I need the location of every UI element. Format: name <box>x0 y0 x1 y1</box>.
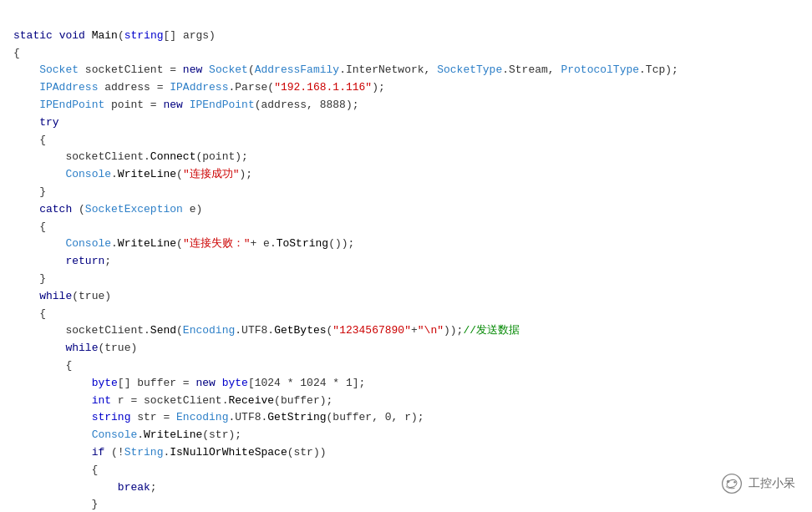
line-20: { <box>13 359 72 372</box>
line-12: { <box>13 221 46 233</box>
line-7: { <box>13 134 46 146</box>
line-24: Console.WriteLine(str); <box>13 428 241 441</box>
line-13: Console.WriteLine("连接失败："+ e.ToString())… <box>13 237 354 250</box>
svg-point-2 <box>727 480 730 484</box>
watermark-icon <box>720 472 743 495</box>
line-14: return; <box>13 255 111 267</box>
code-block: static void Main(string[] args) { Socket… <box>13 10 799 512</box>
line-18: socketClient.Send(Encoding.UTF8.GetBytes… <box>13 324 520 337</box>
line-10: } <box>13 185 46 198</box>
line-26: { <box>13 464 98 476</box>
line-19: while(true) <box>13 342 137 354</box>
watermark: 工控小呆 <box>720 472 795 495</box>
svg-point-0 <box>723 474 742 494</box>
line-3: Socket socketClient = new Socket(Address… <box>13 63 678 76</box>
line-21: byte[] buffer = new byte[1024 * 1024 * 1… <box>13 377 365 389</box>
watermark-text: 工控小呆 <box>749 476 795 491</box>
line-1: static void Main(string[] args) <box>13 29 216 42</box>
line-17: { <box>13 307 46 320</box>
svg-point-3 <box>733 481 736 484</box>
line-16: while(true) <box>13 290 111 302</box>
line-4: IPAddress address = IPAddress.Parse("192… <box>13 81 385 94</box>
line-28: } <box>13 498 98 510</box>
line-5: IPEndPoint point = new IPEndPoint(addres… <box>13 99 359 111</box>
line-27: break; <box>13 481 157 494</box>
line-8: socketClient.Connect(point); <box>13 150 248 163</box>
line-25: if (!String.IsNullOrWhiteSpace(str)) <box>13 446 327 459</box>
line-23: string str = Encoding.UTF8.GetString(buf… <box>13 411 424 423</box>
line-6: try <box>13 116 59 129</box>
line-15: } <box>13 272 46 285</box>
code-container: static void Main(string[] args) { Socket… <box>0 0 812 512</box>
line-2: { <box>13 47 20 59</box>
line-22: int r = socketClient.Receive(buffer); <box>13 394 332 407</box>
line-9: Console.WriteLine("连接成功"); <box>13 168 252 180</box>
line-11: catch (SocketException e) <box>13 203 202 215</box>
